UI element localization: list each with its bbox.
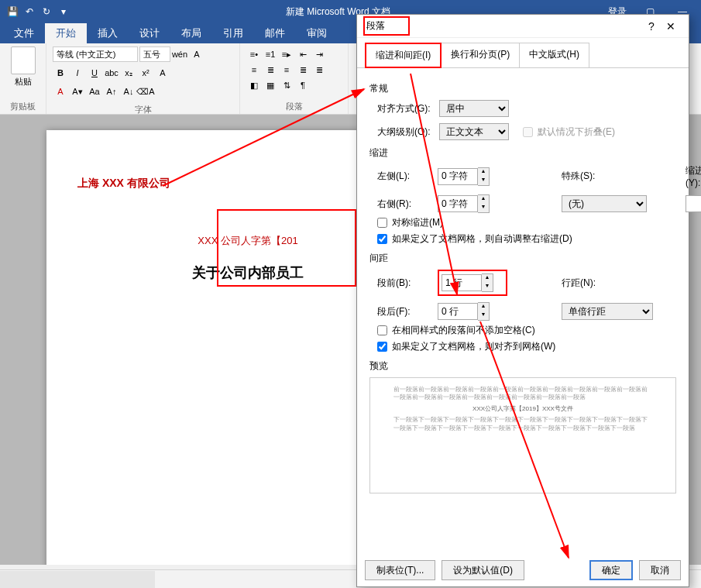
indent-section-label: 缩进 — [369, 146, 676, 160]
tab-layout[interactable]: 布局 — [170, 23, 212, 43]
undo-icon[interactable]: ↶ — [23, 5, 36, 18]
mirror-indent-label: 对称缩进(M) — [392, 216, 443, 229]
preview-before-text: 前一段落前一段落前一段落前一段落前一段落前一段落前一段落前一段落前一段落前一段落… — [393, 386, 652, 402]
char-shading-icon[interactable]: Aa — [87, 84, 102, 99]
spin-down-icon[interactable]: ▼ — [478, 177, 489, 185]
qat-more-icon[interactable]: ▾ — [57, 5, 70, 18]
align-right-icon[interactable]: ≡ — [279, 62, 294, 77]
align-center-icon[interactable]: ≣ — [263, 62, 278, 77]
tab-references[interactable]: 引用 — [212, 23, 254, 43]
space-after-input[interactable] — [438, 303, 478, 320]
shading-icon[interactable]: ◧ — [246, 77, 262, 93]
set-default-button[interactable]: 设为默认值(D) — [442, 560, 524, 580]
tab-home[interactable]: 开始 — [45, 23, 87, 43]
paste-button[interactable]: 粘贴 — [6, 46, 40, 99]
spin-up-icon[interactable]: ▲ — [478, 303, 489, 311]
special-indent-label: 特殊(S): — [562, 170, 639, 183]
indent-right-input[interactable] — [438, 195, 478, 212]
underline-button[interactable]: U — [87, 65, 102, 81]
spin-down-icon[interactable]: ▼ — [478, 204, 489, 212]
tab-indent-spacing[interactable]: 缩进和间距(I) — [365, 43, 442, 68]
paragraph-dialog: 段落 ? ✕ 缩进和间距(I) 换行和分页(P) 中文版式(H) 常规 对齐方式… — [356, 14, 689, 587]
paste-label: 粘贴 — [15, 76, 32, 88]
font-name-select[interactable] — [53, 46, 138, 62]
help-icon[interactable]: ? — [644, 20, 659, 33]
font-group-label: 字体 — [53, 102, 233, 115]
indent-by-label: 缩进值(Y): — [686, 164, 701, 188]
sort-icon[interactable]: ⇅ — [279, 77, 294, 93]
no-space-checkbox[interactable] — [377, 325, 387, 335]
snap-grid-checkbox[interactable] — [377, 342, 387, 352]
redo-icon[interactable]: ↻ — [40, 5, 53, 18]
indent-right-label: 右侧(R): — [377, 198, 438, 211]
mirror-indent-checkbox[interactable] — [377, 218, 387, 228]
ok-button[interactable]: 确定 — [589, 560, 633, 580]
spin-down-icon[interactable]: ▼ — [478, 311, 489, 320]
phonetic-guide-icon[interactable]: wén — [172, 46, 187, 62]
spin-up-icon[interactable]: ▲ — [478, 195, 489, 204]
alignment-select[interactable]: 居中 — [439, 100, 509, 117]
spin-up-icon[interactable]: ▲ — [478, 168, 489, 177]
line-spacing-select[interactable]: 单倍行距 — [562, 303, 653, 320]
text-effects-icon[interactable]: A — [155, 65, 170, 81]
preview-after-text: 下一段落下一段落下一段落下一段落下一段落下一段落下一段落下一段落下一段落下一段落… — [393, 416, 652, 432]
strikethrough-button[interactable]: abc — [104, 65, 119, 81]
spin-down-icon[interactable]: ▼ — [482, 283, 493, 291]
tab-chinese-typography[interactable]: 中文版式(H) — [519, 43, 589, 67]
tabs-button[interactable]: 制表位(T)... — [365, 560, 435, 580]
font-color-icon[interactable]: A▾ — [70, 84, 85, 99]
save-icon[interactable]: 💾 — [6, 5, 19, 18]
distribute-icon[interactable]: ≣ — [311, 62, 327, 77]
cancel-button[interactable]: 取消 — [639, 560, 681, 580]
company-name: 上海 XXX 有限公司 — [77, 177, 170, 203]
show-marks-icon[interactable]: ¶ — [295, 77, 311, 93]
align-left-icon[interactable]: ≡ — [246, 62, 262, 77]
spacing-section-label: 间距 — [369, 252, 676, 265]
multilevel-icon[interactable]: ≡▸ — [279, 46, 294, 62]
tab-review[interactable]: 审阅 — [296, 23, 338, 43]
auto-adjust-checkbox[interactable] — [377, 234, 387, 244]
bullets-icon[interactable]: ≡• — [246, 46, 262, 62]
shrink-font-icon[interactable]: A↓ — [121, 84, 136, 99]
char-border-icon[interactable]: A — [189, 46, 204, 62]
clear-format-icon[interactable]: ⌫A — [138, 84, 153, 99]
tab-design[interactable]: 设计 — [129, 23, 170, 43]
preview-sample-text: XXX公司人字第【2019】XXX号文件 — [393, 405, 652, 413]
tab-mailings[interactable]: 邮件 — [254, 23, 296, 43]
indent-left-input[interactable] — [438, 168, 478, 185]
dialog-title: 段落 — [366, 20, 385, 31]
collapsed-label: 默认情况下折叠(E) — [538, 126, 615, 139]
bold-button[interactable]: B — [53, 65, 68, 81]
snap-grid-label: 如果定义了文档网格，则对齐到网格(W) — [392, 340, 555, 353]
tab-insert[interactable]: 插入 — [87, 23, 129, 43]
special-indent-select[interactable]: (无) — [562, 195, 647, 212]
space-before-input[interactable] — [442, 274, 482, 291]
alignment-label: 对齐方式(G): — [377, 102, 433, 115]
outline-label: 大纲级别(O): — [377, 126, 433, 139]
italic-button[interactable]: I — [70, 65, 85, 81]
font-size-select[interactable] — [139, 46, 170, 62]
spin-up-icon[interactable]: ▲ — [482, 274, 493, 283]
clipboard-icon — [11, 46, 36, 74]
numbering-icon[interactable]: ≡1 — [263, 46, 278, 62]
close-icon[interactable]: ✕ — [659, 20, 682, 33]
indent-by-input[interactable] — [686, 195, 701, 212]
decrease-indent-icon[interactable]: ⇤ — [295, 46, 311, 62]
justify-icon[interactable]: ≣ — [295, 62, 311, 77]
space-after-label: 段后(F): — [377, 305, 438, 318]
borders-icon[interactable]: ▦ — [263, 77, 278, 93]
tab-file[interactable]: 文件 — [3, 23, 45, 43]
superscript-button[interactable]: x² — [138, 65, 153, 81]
grow-font-icon[interactable]: A↑ — [104, 84, 119, 99]
subscript-button[interactable]: x₂ — [121, 65, 136, 81]
dialog-tabs: 缩进和间距(I) 换行和分页(P) 中文版式(H) — [357, 38, 689, 68]
increase-indent-icon[interactable]: ⇥ — [311, 46, 327, 62]
space-before-label: 段前(B): — [377, 277, 438, 290]
tab-pagination[interactable]: 换行和分页(P) — [441, 43, 520, 67]
paragraph-group-label: 段落 — [246, 99, 342, 112]
preview-label: 预览 — [369, 359, 676, 373]
outline-select[interactable]: 正文文本 — [439, 123, 509, 140]
general-section-label: 常规 — [369, 82, 676, 95]
highlight-color-icon[interactable]: A — [53, 84, 68, 99]
auto-adjust-label: 如果定义了文档网格，则自动调整右缩进(D) — [392, 232, 572, 246]
